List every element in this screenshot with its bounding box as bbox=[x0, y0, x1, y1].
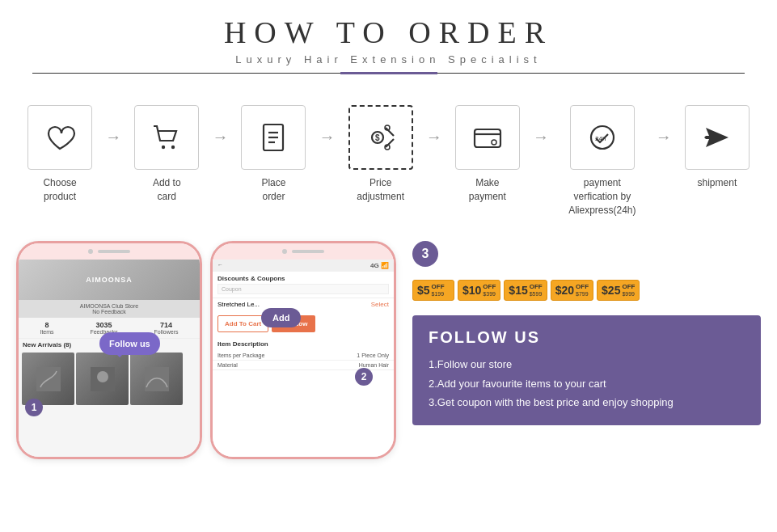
step-label-shipment: shipment bbox=[698, 176, 737, 190]
arrow-2: → bbox=[210, 128, 230, 146]
follow-us-item-1: 1.Follow our store bbox=[429, 355, 745, 374]
coupon-2-off: OFF bbox=[483, 283, 496, 291]
phone1-brand: AIMOONSA bbox=[86, 276, 133, 284]
coupon-3-price: $599 bbox=[530, 291, 543, 298]
step-price-adjustment: $ Priceadjustment bbox=[337, 105, 424, 204]
phone1-camera bbox=[88, 249, 93, 254]
phone2-status-bar: 4G 📶 bbox=[370, 262, 389, 269]
arrow-5: → bbox=[531, 128, 551, 146]
coupon-item-3: $15 OFF $599 bbox=[504, 280, 547, 301]
add-to-card-icon-box bbox=[134, 105, 199, 170]
phone1-followers-label: Followers bbox=[154, 329, 179, 335]
phone2-coupon-input: Coupon bbox=[217, 284, 389, 294]
coupon-2-dollar: $10 bbox=[462, 284, 481, 297]
phone1-feedback: No Feedback bbox=[23, 309, 195, 315]
step-label-place-order: Placeorder bbox=[261, 176, 285, 204]
document-icon bbox=[255, 120, 291, 155]
step-label-price-adjustment: Priceadjustment bbox=[357, 176, 404, 204]
step-label-add-to-card: Add tocard bbox=[153, 176, 181, 204]
phone1-items-label: Items bbox=[40, 329, 53, 335]
arrow-1: → bbox=[103, 128, 123, 146]
phone1-store-header: AIMOONSA Club Store No Feedback bbox=[19, 300, 200, 318]
phone1-top-bar bbox=[19, 243, 200, 260]
wallet-icon bbox=[470, 120, 505, 155]
phone2-items-per-pkg-value: 1 Piece Only bbox=[357, 353, 389, 358]
phone2-buttons: Add To Cart Buy Now bbox=[213, 310, 394, 337]
svg-point-13 bbox=[492, 140, 496, 145]
phone2-items-per-package: Items per Package 1 Piece Only bbox=[213, 351, 394, 361]
coupon-strip: $5 OFF $199 $10 OFF $399 $15 OFF $599 bbox=[412, 280, 761, 301]
coupon-5-off: OFF bbox=[622, 283, 635, 291]
phone2-speaker bbox=[292, 250, 324, 253]
svg-rect-12 bbox=[475, 129, 500, 147]
divider-right bbox=[437, 73, 745, 74]
phone2-header: ← 4G 📶 bbox=[213, 260, 394, 272]
payment-verification-icon-box: 24h bbox=[570, 105, 635, 170]
badge-3: 3 bbox=[412, 241, 438, 267]
airplane-icon bbox=[699, 120, 735, 155]
bottom-section: AIMOONSA AIMOONSA Club Store No Feedback… bbox=[0, 233, 777, 475]
arrow-3: → bbox=[318, 128, 337, 146]
follow-us-list: 1.Follow our store 2.Add your favourite … bbox=[429, 355, 745, 412]
phone1-stat-followers: 714 Followers bbox=[154, 321, 179, 335]
svg-point-18 bbox=[97, 371, 108, 382]
place-order-icon-box bbox=[241, 105, 306, 170]
cart-icon bbox=[149, 120, 184, 155]
phone2-camera bbox=[282, 249, 287, 254]
step-make-payment: Makepayment bbox=[444, 105, 531, 204]
coupon-3-off: OFF bbox=[530, 283, 543, 291]
phone1-followers-count: 714 bbox=[154, 321, 179, 329]
phone1-items-count: 8 bbox=[40, 321, 53, 329]
scissors-dollar-icon: $ bbox=[363, 120, 399, 155]
phone2-material-label: Material bbox=[217, 362, 238, 368]
coupon-item-1: $5 OFF $199 bbox=[412, 280, 454, 301]
phone2-select-label: Select bbox=[371, 301, 389, 308]
page-subtitle: Luxury Hair Extension Specialist bbox=[0, 53, 777, 65]
phone1-screen: AIMOONSA AIMOONSA Club Store No Feedback… bbox=[19, 260, 200, 457]
phone-mockup-2: ← 4G 📶 Discounts & Coupons Coupon Stretc… bbox=[210, 241, 396, 459]
svg-point-1 bbox=[171, 146, 175, 149]
divider-accent bbox=[340, 72, 437, 74]
svg-text:$: $ bbox=[375, 133, 380, 142]
header: HOW TO ORDER Luxury Hair Extension Speci… bbox=[0, 0, 777, 81]
header-divider bbox=[32, 72, 745, 74]
svg-rect-19 bbox=[145, 367, 169, 391]
make-payment-icon-box bbox=[455, 105, 520, 170]
coupon-4-off: OFF bbox=[576, 283, 589, 291]
follow-us-bubble: Follow us bbox=[99, 332, 160, 355]
step-payment-verification: 24h paymentverfication byAliexpress(24h) bbox=[551, 105, 654, 217]
phone1-store-name: AIMOONSA Club Store bbox=[23, 303, 195, 309]
coupon-item-4: $20 OFF $799 bbox=[551, 280, 593, 301]
arrow-4: → bbox=[424, 128, 444, 146]
follow-us-box: FOLLOW US 1.Follow our store 2.Add your … bbox=[412, 315, 761, 424]
phone2-discounts-section: Discounts & Coupons Coupon bbox=[213, 272, 394, 298]
coupon-1-dollar: $5 bbox=[417, 284, 430, 297]
follow-us-item-3: 3.Get coupon with the best price and enj… bbox=[429, 393, 745, 412]
coupon-4-dollar: $20 bbox=[555, 284, 574, 297]
coupon-5-price: $999 bbox=[622, 291, 635, 298]
phone2-stretched-label: Stretched Le... bbox=[217, 301, 260, 308]
phone2-items-per-pkg-label: Items per Package bbox=[217, 353, 264, 358]
step-choose-product: Chooseproduct bbox=[16, 105, 103, 204]
page-title: HOW TO ORDER bbox=[0, 15, 777, 50]
divider-left bbox=[32, 73, 340, 74]
phone2-stretched-row: Stretched Le... Select bbox=[213, 298, 394, 310]
badge-2: 2 bbox=[355, 368, 373, 386]
svg-point-0 bbox=[162, 146, 165, 149]
phone1-stat-items: 8 Items bbox=[40, 321, 53, 335]
step-add-to-card: Add tocard bbox=[123, 105, 210, 204]
follow-us-item-2: 2.Add your favourite items to your cart bbox=[429, 374, 745, 393]
coupon-3-dollar: $15 bbox=[509, 284, 527, 297]
right-info-panel: 3 $5 OFF $199 $10 OFF $399 $15 OFF bbox=[396, 241, 761, 459]
coupon-1-off: OFF bbox=[432, 283, 445, 291]
step-label-payment-verification: paymentverfication byAliexpress(24h) bbox=[568, 176, 636, 217]
phone1-product-1 bbox=[22, 353, 74, 405]
follow-us-title: FOLLOW US bbox=[429, 328, 745, 347]
coupon-1-price: $199 bbox=[432, 291, 445, 298]
choose-product-icon-box bbox=[27, 105, 92, 170]
phone-mockup-1: AIMOONSA AIMOONSA Club Store No Feedback… bbox=[16, 241, 202, 459]
badge-1: 1 bbox=[25, 399, 43, 416]
arrow-6: → bbox=[654, 128, 674, 146]
phone2-item-desc-title: Item Description bbox=[213, 337, 394, 351]
price-adjustment-icon-box: $ bbox=[348, 105, 413, 170]
